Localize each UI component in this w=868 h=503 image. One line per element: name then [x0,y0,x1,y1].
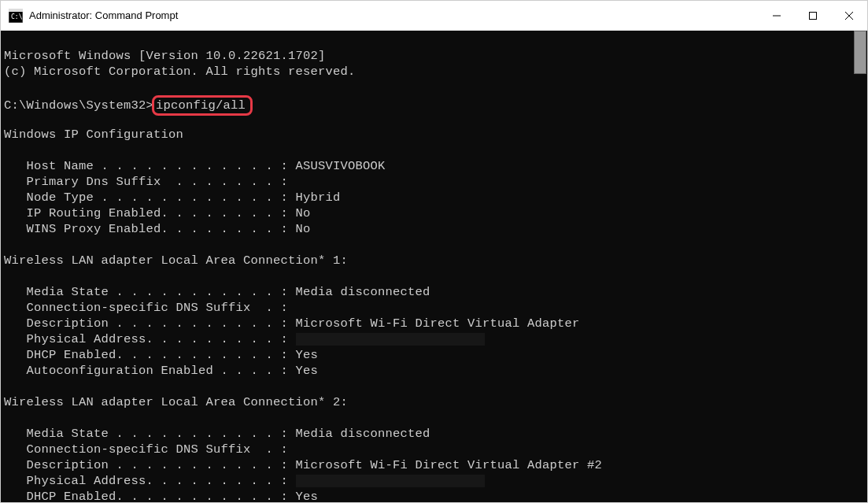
field-physical-address: Physical Address. . . . . . . . . : [4,473,864,489]
field-primary-dns: Primary Dns Suffix . . . . . . . : [4,174,864,190]
terminal-blank-line [4,268,864,284]
field-ip-routing: IP Routing Enabled. . . . . . . . : No [4,205,864,221]
section-header: Wireless LAN adapter Local Area Connecti… [4,394,864,410]
terminal-prompt: C:\Windows\System32> [4,98,153,113]
terminal-blank-line [4,379,864,394]
window-title: Administrator: Command Prompt [29,9,759,21]
field-media-state: Media State . . . . . . . . . . . : Medi… [4,426,864,442]
terminal-line: Microsoft Windows [Version 10.0.22621.17… [4,48,864,64]
terminal-prompt-line: C:\Windows\System32>ipconfig/all [4,95,864,111]
field-physical-address: Physical Address. . . . . . . . . : [4,331,864,347]
terminal-blank-line [4,237,864,253]
field-wins-proxy: WINS Proxy Enabled. . . . . . . . : No [4,221,864,237]
terminal-blank-line [4,142,864,158]
terminal-blank-line [4,111,864,127]
svg-text:C:\: C:\ [11,13,23,20]
field-description: Description . . . . . . . . . . . : Micr… [4,316,864,331]
field-dhcp: DHCP Enabled. . . . . . . . . . . : Yes [4,347,864,363]
field-host-name: Host Name . . . . . . . . . . . . : ASUS… [4,158,864,174]
close-button[interactable] [831,1,867,30]
section-header: Windows IP Configuration [4,127,864,142]
redacted-value [296,475,485,487]
titlebar[interactable]: C:\ Administrator: Command Prompt [1,1,867,31]
svg-rect-1 [9,9,23,12]
field-media-state: Media State . . . . . . . . . . . : Medi… [4,284,864,300]
field-dns-suffix: Connection-specific DNS Suffix . : [4,442,864,457]
minimize-button[interactable] [759,1,795,30]
field-description: Description . . . . . . . . . . . : Micr… [4,457,864,473]
svg-rect-4 [810,12,817,19]
field-node-type: Node Type . . . . . . . . . . . . : Hybr… [4,190,864,205]
highlighted-command: ipconfig/all [152,95,253,116]
field-autoconfig: Autoconfiguration Enabled . . . . : Yes [4,363,864,379]
terminal-blank-line [4,410,864,426]
window-controls [759,1,867,30]
redacted-value [296,333,485,346]
command-prompt-window: C:\ Administrator: Command Prompt Micros… [0,0,868,503]
field-dhcp: DHCP Enabled. . . . . . . . . . . : Yes [4,489,864,502]
field-label: Physical Address. . . . . . . . . : [4,474,296,488]
terminal-command: ipconfig/all [156,98,246,113]
terminal-line: (c) Microsoft Corporation. All rights re… [4,64,864,80]
command-prompt-icon: C:\ [9,9,23,23]
terminal-output[interactable]: Microsoft Windows [Version 10.0.22621.17… [1,31,867,502]
field-label: Physical Address. . . . . . . . . : [4,332,296,346]
section-header: Wireless LAN adapter Local Area Connecti… [4,253,864,268]
field-dns-suffix: Connection-specific DNS Suffix . : [4,300,864,316]
vertical-scrollbar-thumb[interactable] [854,31,866,74]
terminal-blank-line [4,80,864,95]
maximize-button[interactable] [795,1,831,30]
